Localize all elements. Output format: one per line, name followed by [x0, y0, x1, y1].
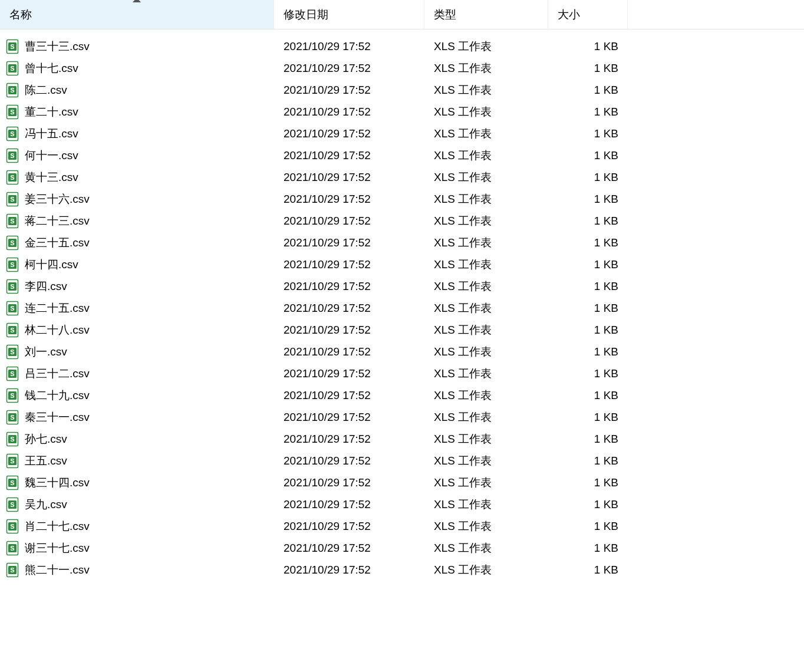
- svg-text:S: S: [10, 327, 14, 334]
- column-header-type[interactable]: 类型: [424, 0, 548, 29]
- file-row[interactable]: S 肖二十七.csv2021/10/29 17:52XLS 工作表1 KB: [0, 515, 804, 537]
- file-name-cell: S 孙七.csv: [0, 431, 274, 447]
- spreadsheet-file-icon: S: [6, 279, 19, 294]
- file-row[interactable]: S 陈二.csv2021/10/29 17:52XLS 工作表1 KB: [0, 79, 804, 101]
- file-row[interactable]: S 熊二十一.csv2021/10/29 17:52XLS 工作表1 KB: [0, 559, 804, 581]
- file-row[interactable]: S 姜三十六.csv2021/10/29 17:52XLS 工作表1 KB: [0, 188, 804, 210]
- file-size-cell: 1 KB: [548, 193, 628, 206]
- svg-text:S: S: [10, 414, 14, 421]
- file-name-cell: S 姜三十六.csv: [0, 192, 274, 207]
- file-name-cell: S 曹三十三.csv: [0, 39, 274, 54]
- file-row[interactable]: S 黄十三.csv2021/10/29 17:52XLS 工作表1 KB: [0, 166, 804, 188]
- file-type-cell: XLS 工作表: [424, 235, 548, 251]
- file-name-text: 肖二十七.csv: [25, 519, 90, 534]
- file-name-text: 王五.csv: [25, 453, 67, 469]
- svg-text:S: S: [10, 545, 14, 552]
- file-size-cell: 1 KB: [548, 302, 628, 315]
- file-type-cell: XLS 工作表: [424, 497, 548, 512]
- file-name-cell: S 蒋二十三.csv: [0, 213, 274, 229]
- file-size-cell: 1 KB: [548, 389, 628, 402]
- spreadsheet-file-icon: S: [6, 475, 19, 490]
- file-list: S 曹三十三.csv2021/10/29 17:52XLS 工作表1 KB S …: [0, 29, 804, 581]
- file-row[interactable]: S 金三十五.csv2021/10/29 17:52XLS 工作表1 KB: [0, 232, 804, 253]
- file-row[interactable]: S 连二十五.csv2021/10/29 17:52XLS 工作表1 KB: [0, 297, 804, 319]
- file-name-cell: S 钱二十九.csv: [0, 388, 274, 403]
- file-row[interactable]: S 何十一.csv2021/10/29 17:52XLS 工作表1 KB: [0, 144, 804, 166]
- file-name-cell: S 刘一.csv: [0, 344, 274, 360]
- file-name-text: 曹三十三.csv: [25, 39, 90, 54]
- file-row[interactable]: S 吕三十二.csv2021/10/29 17:52XLS 工作表1 KB: [0, 363, 804, 384]
- file-row[interactable]: S 柯十四.csv2021/10/29 17:52XLS 工作表1 KB: [0, 253, 804, 275]
- svg-text:S: S: [10, 479, 14, 486]
- file-name-text: 钱二十九.csv: [25, 388, 90, 403]
- file-size-cell: 1 KB: [548, 345, 628, 358]
- file-type-cell: XLS 工作表: [424, 301, 548, 316]
- svg-text:S: S: [10, 174, 14, 181]
- file-date-cell: 2021/10/29 17:52: [274, 84, 424, 97]
- file-type-cell: XLS 工作表: [424, 126, 548, 141]
- file-row[interactable]: S 董二十.csv2021/10/29 17:52XLS 工作表1 KB: [0, 101, 804, 123]
- file-type-cell: XLS 工作表: [424, 431, 548, 447]
- file-name-text: 蒋二十三.csv: [25, 213, 90, 229]
- file-row[interactable]: S 吴九.csv2021/10/29 17:52XLS 工作表1 KB: [0, 493, 804, 515]
- file-size-cell: 1 KB: [548, 520, 628, 533]
- column-header-date[interactable]: 修改日期: [274, 0, 424, 29]
- file-name-text: 金三十五.csv: [25, 235, 90, 251]
- file-type-cell: XLS 工作表: [424, 366, 548, 381]
- file-row[interactable]: S 魏三十四.csv2021/10/29 17:52XLS 工作表1 KB: [0, 472, 804, 493]
- column-header-name[interactable]: 名称: [0, 0, 274, 29]
- file-row[interactable]: S 冯十五.csv2021/10/29 17:52XLS 工作表1 KB: [0, 123, 804, 144]
- file-size-cell: 1 KB: [548, 106, 628, 118]
- file-type-cell: XLS 工作表: [424, 104, 548, 120]
- file-name-cell: S 谢三十七.csv: [0, 541, 274, 556]
- file-type-cell: XLS 工作表: [424, 83, 548, 98]
- file-size-cell: 1 KB: [548, 236, 628, 249]
- file-date-cell: 2021/10/29 17:52: [274, 193, 424, 206]
- spreadsheet-file-icon: S: [6, 519, 19, 534]
- file-type-cell: XLS 工作表: [424, 39, 548, 54]
- file-row[interactable]: S 曹三十三.csv2021/10/29 17:52XLS 工作表1 KB: [0, 35, 804, 57]
- file-name-cell: S 黄十三.csv: [0, 170, 274, 185]
- svg-text:S: S: [10, 65, 14, 72]
- file-name-text: 何十一.csv: [25, 148, 78, 163]
- file-type-cell: XLS 工作表: [424, 322, 548, 338]
- file-type-cell: XLS 工作表: [424, 344, 548, 360]
- file-name-cell: S 冯十五.csv: [0, 126, 274, 141]
- file-name-text: 熊二十一.csv: [25, 562, 90, 578]
- file-row[interactable]: S 李四.csv2021/10/29 17:52XLS 工作表1 KB: [0, 275, 804, 297]
- file-size-cell: 1 KB: [548, 40, 628, 53]
- file-size-cell: 1 KB: [548, 498, 628, 511]
- file-type-cell: XLS 工作表: [424, 475, 548, 490]
- spreadsheet-file-icon: S: [6, 104, 19, 120]
- spreadsheet-file-icon: S: [6, 410, 19, 425]
- file-date-cell: 2021/10/29 17:52: [274, 106, 424, 118]
- file-type-cell: XLS 工作表: [424, 213, 548, 229]
- file-row[interactable]: S 林二十八.csv2021/10/29 17:52XLS 工作表1 KB: [0, 319, 804, 341]
- file-date-cell: 2021/10/29 17:52: [274, 171, 424, 184]
- file-row[interactable]: S 曾十七.csv2021/10/29 17:52XLS 工作表1 KB: [0, 57, 804, 79]
- file-row[interactable]: S 刘一.csv2021/10/29 17:52XLS 工作表1 KB: [0, 341, 804, 363]
- file-row[interactable]: S 孙七.csv2021/10/29 17:52XLS 工作表1 KB: [0, 428, 804, 450]
- file-name-text: 吕三十二.csv: [25, 366, 90, 381]
- file-row[interactable]: S 钱二十九.csv2021/10/29 17:52XLS 工作表1 KB: [0, 384, 804, 406]
- svg-text:S: S: [10, 436, 14, 443]
- spreadsheet-file-icon: S: [6, 61, 19, 76]
- file-row[interactable]: S 谢三十七.csv2021/10/29 17:52XLS 工作表1 KB: [0, 537, 804, 559]
- file-name-text: 谢三十七.csv: [25, 541, 90, 556]
- file-type-cell: XLS 工作表: [424, 388, 548, 403]
- file-name-text: 柯十四.csv: [25, 257, 78, 272]
- file-type-cell: XLS 工作表: [424, 453, 548, 469]
- file-row[interactable]: S 秦三十一.csv2021/10/29 17:52XLS 工作表1 KB: [0, 406, 804, 428]
- file-name-cell: S 柯十四.csv: [0, 257, 274, 272]
- file-date-cell: 2021/10/29 17:52: [274, 324, 424, 337]
- svg-text:S: S: [10, 152, 14, 159]
- file-row[interactable]: S 王五.csv2021/10/29 17:52XLS 工作表1 KB: [0, 450, 804, 472]
- file-row[interactable]: S 蒋二十三.csv2021/10/29 17:52XLS 工作表1 KB: [0, 210, 804, 232]
- file-type-cell: XLS 工作表: [424, 148, 548, 163]
- file-size-cell: 1 KB: [548, 62, 628, 75]
- file-date-cell: 2021/10/29 17:52: [274, 476, 424, 489]
- column-header-size[interactable]: 大小: [548, 0, 628, 29]
- file-name-cell: S 连二十五.csv: [0, 301, 274, 316]
- file-name-cell: S 董二十.csv: [0, 104, 274, 120]
- svg-text:S: S: [10, 523, 14, 530]
